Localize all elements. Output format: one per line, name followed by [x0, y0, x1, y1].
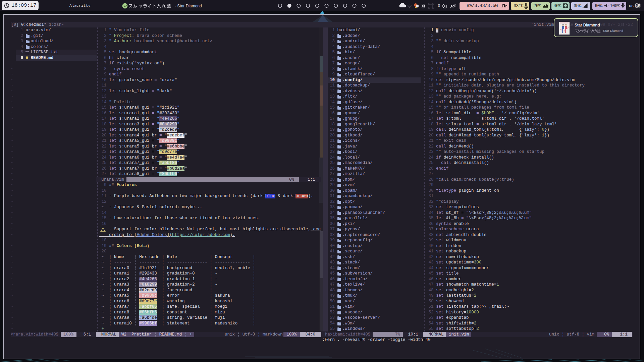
svg-text:2: 2: [639, 4, 640, 7]
svg-text:A: A: [636, 4, 638, 7]
